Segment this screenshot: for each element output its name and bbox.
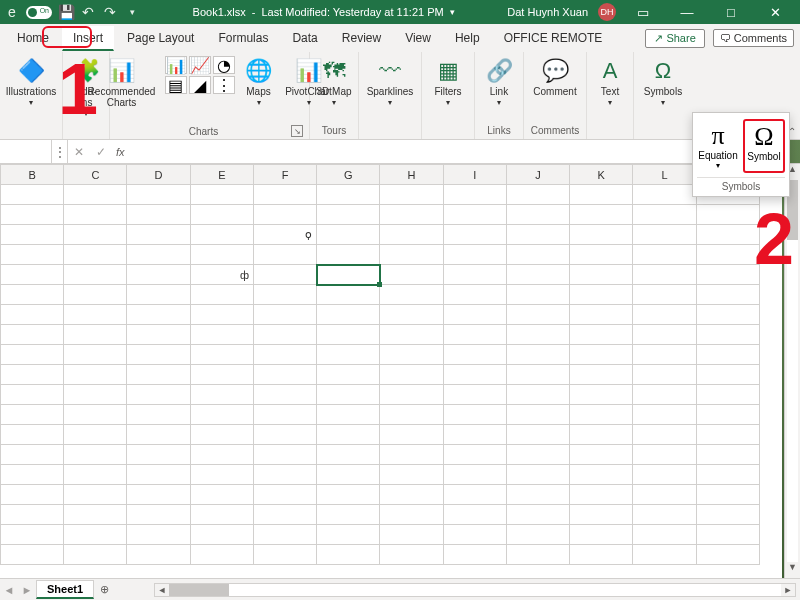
cell-B17[interactable] bbox=[1, 505, 64, 525]
cell-G5[interactable] bbox=[317, 265, 380, 285]
tab-formulas[interactable]: Formulas bbox=[207, 26, 279, 50]
cell-H5[interactable] bbox=[380, 265, 443, 285]
pie-chart-icon[interactable]: ◔ bbox=[213, 56, 235, 74]
hscroll-thumb[interactable] bbox=[169, 584, 229, 596]
cell-L7[interactable] bbox=[633, 305, 696, 325]
cell-F12[interactable] bbox=[253, 405, 316, 425]
user-name[interactable]: Dat Huynh Xuan bbox=[507, 6, 588, 18]
cell-L3[interactable] bbox=[633, 225, 696, 245]
cell-J6[interactable] bbox=[506, 285, 569, 305]
cell-K8[interactable] bbox=[570, 325, 633, 345]
cell-D18[interactable] bbox=[127, 525, 190, 545]
column-chart-icon[interactable]: 📊 bbox=[165, 56, 187, 74]
cell-K10[interactable] bbox=[570, 365, 633, 385]
illustrations-button[interactable]: 🔷 Illustrations▾ bbox=[6, 56, 56, 108]
cell-I12[interactable] bbox=[443, 405, 506, 425]
cell-I17[interactable] bbox=[443, 505, 506, 525]
cell-E14[interactable] bbox=[190, 445, 253, 465]
cell-C14[interactable] bbox=[64, 445, 127, 465]
cell-K4[interactable] bbox=[570, 245, 633, 265]
cell-F9[interactable] bbox=[253, 345, 316, 365]
cell-K17[interactable] bbox=[570, 505, 633, 525]
cell-C15[interactable] bbox=[64, 465, 127, 485]
cell-D2[interactable] bbox=[127, 205, 190, 225]
tab-page-layout[interactable]: Page Layout bbox=[116, 26, 205, 50]
cell-B15[interactable] bbox=[1, 465, 64, 485]
close-icon[interactable]: ✕ bbox=[758, 5, 792, 20]
cell-E16[interactable] bbox=[190, 485, 253, 505]
scroll-right-icon[interactable]: ► bbox=[781, 584, 795, 596]
new-sheet-button[interactable]: ⊕ bbox=[94, 583, 114, 596]
column-header[interactable]: I bbox=[443, 165, 506, 185]
cell-J2[interactable] bbox=[506, 205, 569, 225]
cell-E17[interactable] bbox=[190, 505, 253, 525]
cell-H19[interactable] bbox=[380, 545, 443, 565]
maximize-icon[interactable]: □ bbox=[714, 5, 748, 20]
cell-F19[interactable] bbox=[253, 545, 316, 565]
cell-B18[interactable] bbox=[1, 525, 64, 545]
cell-L15[interactable] bbox=[633, 465, 696, 485]
cell-L6[interactable] bbox=[633, 285, 696, 305]
cell-B10[interactable] bbox=[1, 365, 64, 385]
cell-I3[interactable] bbox=[443, 225, 506, 245]
recommended-charts-button[interactable]: 📊 Recommended Charts bbox=[85, 56, 159, 108]
sheet-tab-1[interactable]: Sheet1 bbox=[36, 580, 94, 599]
cell-J12[interactable] bbox=[506, 405, 569, 425]
cell-D5[interactable] bbox=[127, 265, 190, 285]
column-header[interactable]: E bbox=[190, 165, 253, 185]
cell-M7[interactable] bbox=[696, 305, 759, 325]
cell-D15[interactable] bbox=[127, 465, 190, 485]
cell-G7[interactable] bbox=[317, 305, 380, 325]
cell-I14[interactable] bbox=[443, 445, 506, 465]
cell-J8[interactable] bbox=[506, 325, 569, 345]
cell-F2[interactable] bbox=[253, 205, 316, 225]
cell-D14[interactable] bbox=[127, 445, 190, 465]
cell-K19[interactable] bbox=[570, 545, 633, 565]
fx-icon[interactable]: fx bbox=[112, 146, 129, 158]
cell-F4[interactable] bbox=[253, 245, 316, 265]
minimize-icon[interactable]: — bbox=[670, 5, 704, 20]
scroll-down-icon[interactable]: ▼ bbox=[785, 562, 800, 578]
cell-D12[interactable] bbox=[127, 405, 190, 425]
cell-J10[interactable] bbox=[506, 365, 569, 385]
cell-F1[interactable] bbox=[253, 185, 316, 205]
column-header[interactable]: F bbox=[253, 165, 316, 185]
3d-map-button[interactable]: 🗺 3D Map▾ bbox=[316, 56, 352, 108]
cell-L14[interactable] bbox=[633, 445, 696, 465]
cell-G11[interactable] bbox=[317, 385, 380, 405]
cell-L9[interactable] bbox=[633, 345, 696, 365]
cell-H15[interactable] bbox=[380, 465, 443, 485]
column-header[interactable]: B bbox=[1, 165, 64, 185]
cell-J9[interactable] bbox=[506, 345, 569, 365]
cell-C18[interactable] bbox=[64, 525, 127, 545]
cell-H7[interactable] bbox=[380, 305, 443, 325]
cell-E15[interactable] bbox=[190, 465, 253, 485]
cell-M14[interactable] bbox=[696, 445, 759, 465]
cell-E2[interactable] bbox=[190, 205, 253, 225]
cell-E5[interactable]: ф bbox=[190, 265, 253, 285]
cell-G16[interactable] bbox=[317, 485, 380, 505]
cell-I10[interactable] bbox=[443, 365, 506, 385]
scatter-chart-icon[interactable]: ⋮ bbox=[213, 76, 235, 94]
cell-I15[interactable] bbox=[443, 465, 506, 485]
cell-G12[interactable] bbox=[317, 405, 380, 425]
cell-D11[interactable] bbox=[127, 385, 190, 405]
cell-M2[interactable] bbox=[696, 205, 759, 225]
vertical-scrollbar[interactable]: ▲ ▼ bbox=[784, 164, 800, 578]
cell-C12[interactable] bbox=[64, 405, 127, 425]
cell-B12[interactable] bbox=[1, 405, 64, 425]
cell-M12[interactable] bbox=[696, 405, 759, 425]
cell-F7[interactable] bbox=[253, 305, 316, 325]
cell-E7[interactable] bbox=[190, 305, 253, 325]
cell-G17[interactable] bbox=[317, 505, 380, 525]
cell-D10[interactable] bbox=[127, 365, 190, 385]
cell-B9[interactable] bbox=[1, 345, 64, 365]
cell-I5[interactable] bbox=[443, 265, 506, 285]
cell-K6[interactable] bbox=[570, 285, 633, 305]
cell-M19[interactable] bbox=[696, 545, 759, 565]
grid[interactable]: BCDEFGHIJKLMϙф bbox=[0, 164, 760, 565]
cell-F6[interactable] bbox=[253, 285, 316, 305]
cell-K11[interactable] bbox=[570, 385, 633, 405]
cell-F14[interactable] bbox=[253, 445, 316, 465]
cell-K5[interactable] bbox=[570, 265, 633, 285]
